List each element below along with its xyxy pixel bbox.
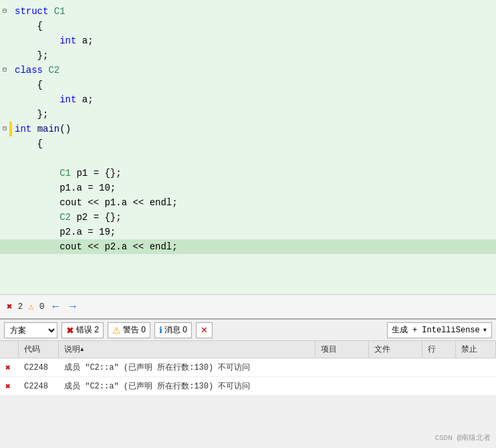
error-row-desc: 成员 "C2::a" (已声明 所在行数:130) 不可访问 [59, 377, 316, 395]
error-row[interactable]: ✖ C2248 成员 "C2::a" (已声明 所在行数:130) 不可访问 [0, 377, 496, 396]
token: int [59, 94, 76, 105]
token: main [37, 124, 60, 134]
error-count: 2 [17, 302, 23, 312]
filter-bar: 方案 ✖ 错误 2 ⚠ 警告 0 ℹ 消息 0 ✕ 生成 + IntelliSe… [0, 318, 496, 341]
code-line: }; [0, 107, 496, 122]
code-line: int a; [0, 33, 496, 48]
warning-filter-label: 警告 0 [123, 324, 146, 336]
col-header-icon [0, 341, 19, 358]
code-editor: ⊟struct C1 { int a; };⊟class C2 { int a;… [0, 0, 496, 294]
nav-next-button[interactable]: → [67, 300, 79, 314]
token [31, 124, 37, 134]
error-list-header: 代码 说明 项目 文件 行 禁止 [0, 341, 496, 358]
col-header-proj[interactable]: 项目 [316, 341, 369, 358]
code-text: { [12, 19, 43, 33]
error-row-proj [316, 377, 369, 395]
token: p1.a = 10; [15, 183, 116, 193]
info-filter-button[interactable]: ℹ 消息 0 [154, 322, 192, 338]
build-arrow-icon: ▾ [483, 325, 487, 335]
nav-prev-button[interactable]: ← [50, 300, 62, 314]
token: () [59, 124, 71, 134]
collapse-icon[interactable]: ⊟ [3, 122, 7, 136]
col-header-desc[interactable]: 说明 [59, 341, 316, 358]
watermark-text: CSDN @南猿北者 [435, 434, 491, 442]
token: }; [15, 109, 48, 120]
code-line: int a; [0, 92, 496, 107]
error-filter-label: 错误 2 [76, 324, 99, 336]
code-text: p2.a = 19; [12, 225, 116, 239]
error-row-code: C2248 [19, 358, 59, 376]
error-row-line [422, 358, 456, 376]
token: int [59, 35, 76, 46]
code-line: }; [0, 48, 496, 63]
error-row-code: C2248 [19, 377, 59, 395]
col-header-supp[interactable]: 禁止 [456, 341, 496, 358]
filter-dropdown[interactable]: 方案 [4, 322, 57, 338]
code-line: ⊟int main() [0, 122, 496, 136]
col-header-file[interactable]: 文件 [369, 341, 422, 358]
token: struct [15, 6, 54, 17]
error-row-file [369, 358, 422, 376]
collapse-icon[interactable]: ⊟ [3, 63, 7, 78]
error-row-supp [456, 358, 496, 376]
col-header-code[interactable]: 代码 [19, 341, 59, 358]
code-line: ⊟class C2 [0, 63, 496, 78]
code-text: p1.a = 10; [12, 181, 116, 195]
code-text: struct C1 [12, 4, 66, 19]
token: a; [76, 35, 93, 46]
bottom-toolbar: ✖ 2 ⚠ 0 ← → [0, 294, 496, 318]
code-text: class C2 [12, 63, 59, 78]
collapse-indicator[interactable]: ⊟ [0, 4, 9, 19]
code-text: cout << p1.a << endl; [12, 195, 178, 210]
error-filter-button[interactable]: ✖ 错误 2 [61, 322, 104, 338]
collapse-indicator[interactable]: ⊟ [0, 63, 9, 78]
code-text: { [12, 136, 43, 151]
token [15, 35, 59, 46]
code-text: }; [12, 48, 48, 63]
build-dropdown[interactable]: 生成 + IntelliSense ▾ [387, 322, 492, 338]
token: { [15, 138, 43, 149]
token: a; [76, 94, 93, 105]
code-text: cout << p2.a << endl; [12, 239, 178, 254]
warning-filter-button[interactable]: ⚠ 警告 0 [108, 322, 150, 338]
warning-count: 0 [39, 302, 45, 312]
token: C1 [59, 168, 71, 179]
code-line: C2 p2 = {}; [0, 210, 496, 225]
code-line [0, 151, 496, 166]
suppress-filter-button[interactable]: ✕ [196, 322, 213, 338]
suppress-filter-icon: ✕ [201, 325, 208, 335]
error-row-file [369, 377, 422, 395]
code-line: { [0, 136, 496, 151]
collapse-indicator[interactable]: ⊟ [0, 122, 9, 136]
error-list: 代码 说明 项目 文件 行 禁止 ✖ C2248 成员 "C2::a" (已声明… [0, 341, 496, 396]
code-text: int main() [12, 122, 71, 136]
error-row[interactable]: ✖ C2248 成员 "C2::a" (已声明 所在行数:130) 不可访问 [0, 358, 496, 377]
token [15, 168, 59, 179]
token: a [122, 241, 127, 252]
warning-icon: ⚠ [28, 301, 33, 312]
token [15, 212, 59, 223]
token: { [15, 21, 43, 31]
error-type-icon: ✖ [5, 381, 11, 392]
error-row-icon: ✖ [0, 358, 19, 376]
code-line: ⊟struct C1 [0, 4, 496, 19]
code-line: C1 p1 = {}; [0, 166, 496, 181]
code-text: int a; [12, 92, 94, 107]
token: int [15, 124, 31, 134]
code-line: cout << p2.a << endl; [0, 239, 496, 254]
info-filter-label: 消息 0 [164, 324, 187, 336]
error-row-icon: ✖ [0, 377, 19, 395]
collapse-icon[interactable]: ⊟ [3, 4, 7, 19]
error-filter-icon: ✖ [66, 325, 74, 336]
error-row-line [422, 377, 456, 395]
token: cout << p2. [15, 241, 122, 252]
code-line: p1.a = 10; [0, 181, 496, 195]
token: p2 = {}; [71, 212, 122, 223]
col-header-line[interactable]: 行 [422, 341, 456, 358]
watermark: CSDN @南猿北者 [435, 433, 491, 443]
token: p2.a = 19; [15, 227, 116, 237]
token: C2 [59, 212, 71, 223]
code-text: }; [12, 107, 48, 122]
code-line: cout << p1.a << endl; [0, 195, 496, 210]
token: << endl; [127, 241, 178, 252]
